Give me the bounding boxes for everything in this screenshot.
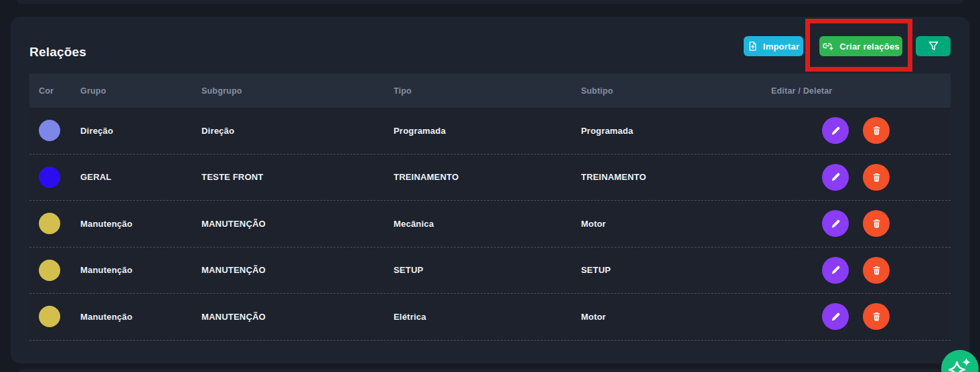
trash-icon [872, 311, 882, 322]
cell-subgrupo: MANUTENÇÃO [201, 265, 394, 275]
cell-subtipo: SETUP [581, 265, 771, 275]
column-header-subtipo: Subtipo [581, 86, 771, 96]
column-header-cor: Cor [29, 86, 80, 96]
cell-subgrupo: MANUTENÇÃO [201, 219, 394, 229]
table-body: Direção Direção Programada Programada [29, 108, 951, 341]
previous-card-bottom-edge [17, 0, 964, 4]
cell-subgrupo: Direção [201, 126, 394, 136]
table-row: Manutenção MANUTENÇÃO Elétrica Motor [29, 294, 951, 341]
color-dot [39, 213, 60, 234]
delete-button[interactable] [863, 303, 890, 330]
filter-button[interactable] [916, 36, 951, 56]
table-row: Manutenção MANUTENÇÃO SETUP SETUP [29, 248, 951, 294]
color-dot [39, 120, 60, 141]
cell-grupo: GERAL [80, 172, 201, 182]
column-header-tipo: Tipo [394, 86, 581, 96]
cell-grupo: Direção [80, 126, 201, 136]
table-header-row: Cor Grupo Subgrupo Tipo Subtipo Editar /… [29, 74, 951, 108]
funnel-icon [928, 41, 939, 52]
link-plus-icon [822, 41, 834, 51]
import-button-label: Importar [763, 41, 799, 52]
column-header-grupo: Grupo [80, 86, 201, 96]
color-dot [39, 260, 60, 281]
trash-icon [872, 265, 882, 276]
table-row: Manutenção MANUTENÇÃO Mecânica Motor [29, 201, 951, 248]
edit-button[interactable] [822, 164, 849, 191]
relations-table: Cor Grupo Subgrupo Tipo Subtipo Editar /… [29, 74, 951, 341]
edit-button[interactable] [822, 303, 849, 330]
edit-button[interactable] [822, 257, 849, 284]
pencil-icon [831, 126, 841, 136]
cell-grupo: Manutenção [80, 312, 201, 322]
cell-tipo: Programada [394, 126, 581, 136]
pencil-icon [831, 265, 841, 275]
trash-icon [872, 125, 882, 136]
delete-button[interactable] [863, 210, 890, 237]
trash-icon [872, 218, 882, 229]
cell-subtipo: Motor [581, 312, 771, 322]
column-header-subgrupo: Subgrupo [201, 86, 394, 96]
cell-subtipo: Motor [581, 219, 771, 229]
create-relations-button-label: Criar relações [839, 41, 900, 52]
next-card-top-edge [19, 369, 961, 372]
edit-button[interactable] [822, 210, 849, 237]
color-dot [39, 306, 60, 327]
relations-card: Relações Importar Criar relações [11, 17, 969, 363]
cell-grupo: Manutenção [80, 219, 201, 229]
trash-icon [872, 172, 882, 183]
delete-button[interactable] [863, 257, 890, 284]
column-header-actions: Editar / Deletar [771, 86, 951, 96]
cell-tipo: TREINAMENTO [394, 172, 581, 182]
edit-button[interactable] [822, 117, 849, 144]
cell-subtipo: TREINAMENTO [581, 172, 771, 182]
create-relations-button[interactable]: Criar relações [819, 36, 902, 56]
cell-tipo: SETUP [394, 265, 581, 275]
table-row: Direção Direção Programada Programada [29, 108, 951, 155]
color-dot [39, 167, 60, 188]
cell-grupo: Manutenção [80, 265, 201, 275]
table-row: GERAL TESTE FRONT TREINAMENTO TREINAMENT… [29, 155, 951, 201]
cell-subtipo: Programada [581, 126, 771, 136]
delete-button[interactable] [863, 164, 890, 191]
toolbar: Importar Criar relações [744, 36, 951, 56]
sparkles-icon [948, 357, 972, 372]
import-button[interactable]: Importar [744, 36, 803, 56]
page-title: Relações [29, 45, 86, 60]
cell-subgrupo: TESTE FRONT [201, 172, 394, 182]
pencil-icon [831, 172, 841, 182]
cell-tipo: Mecânica [394, 219, 581, 229]
cell-tipo: Elétrica [394, 312, 581, 322]
pencil-icon [831, 312, 841, 322]
cell-subgrupo: MANUTENÇÃO [201, 312, 394, 322]
pencil-icon [831, 219, 841, 229]
file-upload-icon [748, 41, 758, 52]
delete-button[interactable] [863, 117, 890, 144]
